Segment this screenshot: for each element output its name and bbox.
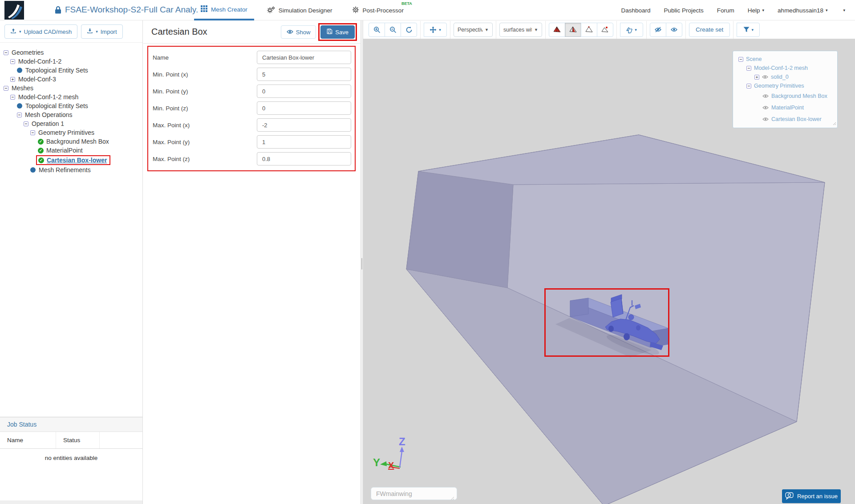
name-field[interactable] xyxy=(257,51,351,64)
simscale-logo[interactable] xyxy=(4,1,24,20)
import-button[interactable]: ▾ Import xyxy=(81,24,122,39)
tree-item-cartesian-box-lower[interactable]: ✓ Cartesian Box-lower xyxy=(0,155,142,165)
tree-item-meshes[interactable]: −Meshes xyxy=(0,84,142,93)
collapse-icon[interactable]: − xyxy=(17,113,22,117)
report-issue-button[interactable]: Report an issue xyxy=(782,489,841,503)
tree-item-geometry-primitives[interactable]: −Geometry Primitives xyxy=(0,128,142,137)
tree-item-mesh-operations[interactable]: −Mesh Operations xyxy=(0,110,142,119)
scene-item-background-mesh-box[interactable]: Background Mesh Box xyxy=(738,90,837,102)
tree-item-topological-entity-sets-mesh[interactable]: Topological Entity Sets xyxy=(0,101,142,110)
scene-item-solid-0[interactable]: + solid_0 xyxy=(738,73,837,81)
save-button[interactable]: Save xyxy=(320,25,355,39)
tab-post-processor[interactable]: Post-Processor BETA xyxy=(345,0,410,20)
save-floppy-icon xyxy=(327,28,332,36)
scene-item-geometry-primitives[interactable]: −Geometry Primitives xyxy=(738,81,837,90)
eye-icon[interactable] xyxy=(762,94,769,98)
collapse-icon[interactable]: − xyxy=(746,66,751,71)
mesh-view-wireframe-button[interactable] xyxy=(581,23,597,37)
tree-item-model-conf-3[interactable]: +Model-Conf-3 xyxy=(0,75,142,84)
resize-handle-icon[interactable] xyxy=(833,121,836,127)
scene-item-scene[interactable]: −Scene xyxy=(738,55,837,64)
field-label: Min. Point (z) xyxy=(153,105,188,112)
field-label: Max. Point (y) xyxy=(153,139,190,145)
max-point-x-field[interactable] xyxy=(257,118,351,132)
refresh-button[interactable] xyxy=(401,23,417,37)
scene-item-materialpoint[interactable]: MaterialPoint xyxy=(738,102,837,113)
entity-search-input[interactable] xyxy=(371,487,457,500)
nav-dashboard[interactable]: Dashboard xyxy=(621,7,650,14)
tree-item-operation-1[interactable]: −Operation 1 xyxy=(0,119,142,128)
zoom-group xyxy=(369,23,417,37)
chevron-down-icon: ▼ xyxy=(485,28,489,32)
tab-mesh-creator[interactable]: Mesh Creator xyxy=(194,0,254,20)
download-icon xyxy=(87,28,93,36)
splitter-handle[interactable] xyxy=(361,258,362,270)
perspective-select[interactable]: Perspective ▼ xyxy=(454,23,493,37)
tree-item-background-mesh-box[interactable]: ✓Background Mesh Box xyxy=(0,137,142,146)
upload-cad-mesh-button[interactable]: ▾ Upload CAD/mesh xyxy=(4,24,77,39)
eye-icon[interactable] xyxy=(762,105,769,110)
form-row-name: Name xyxy=(148,49,355,66)
eye-icon[interactable] xyxy=(762,117,769,121)
mesh-view-solid-button[interactable] xyxy=(549,23,565,37)
axis-triad: Y X Z xyxy=(373,435,405,470)
tree-item-model-conf-1-2-mesh[interactable]: −Model-Conf-1-2 mesh xyxy=(0,93,142,101)
min-point-x-field[interactable] xyxy=(257,68,351,81)
render-canvas[interactable]: Y X Z −Scene −Model-Conf-1-2 mesh + soli… xyxy=(363,39,855,504)
zoom-out-button[interactable] xyxy=(385,23,401,37)
show-selection-button[interactable] xyxy=(666,23,682,37)
collapse-icon[interactable]: − xyxy=(24,121,28,126)
collapse-icon[interactable]: − xyxy=(10,95,15,100)
scene-item-cartesian-box-lower[interactable]: Cartesian Box-lower xyxy=(738,113,837,125)
form-row-min-z: Min. Point (z) xyxy=(148,100,355,117)
tab-simulation-designer[interactable]: Simulation Designer xyxy=(260,0,339,20)
expand-icon[interactable]: + xyxy=(754,75,759,80)
pick-mode-button[interactable]: ▾ xyxy=(620,23,643,37)
mesh-view-edges-button[interactable] xyxy=(565,23,581,37)
form-row-min-x: Min. Point (x) xyxy=(148,66,355,83)
nav-public-projects[interactable]: Public Projects xyxy=(664,7,704,14)
collapse-icon[interactable]: − xyxy=(4,86,8,91)
show-button[interactable]: Show xyxy=(281,25,316,39)
collapse-icon[interactable]: − xyxy=(4,50,8,55)
username: ahmedhussain18 xyxy=(778,7,823,14)
green-check-icon: ✓ xyxy=(38,139,44,145)
tree-item-mesh-refinements[interactable]: Mesh Refinements xyxy=(0,165,142,174)
create-set-button[interactable]: Create set xyxy=(689,23,730,37)
expand-icon[interactable]: + xyxy=(10,77,15,82)
collapse-icon[interactable]: − xyxy=(30,130,35,135)
nav-forum[interactable]: Forum xyxy=(717,7,734,14)
tree-item-model-conf-1-2[interactable]: −Model-Conf-1-2 xyxy=(0,57,142,66)
filter-button[interactable]: ▾ xyxy=(737,23,760,37)
nav-user-menu[interactable]: ahmedhussain18▾ xyxy=(778,7,827,14)
max-point-y-field[interactable] xyxy=(257,135,351,149)
nav-help-menu[interactable]: Help▾ xyxy=(748,7,764,14)
render-mode-select[interactable]: surfaces with v ▼ xyxy=(499,23,542,37)
scene-item-mesh[interactable]: −Model-Conf-1-2 mesh xyxy=(738,64,837,73)
collapse-icon[interactable]: − xyxy=(738,57,743,62)
sidebar-scroll-strip[interactable] xyxy=(0,500,142,504)
green-check-icon: ✓ xyxy=(38,148,44,153)
mesh-view-points-button[interactable] xyxy=(597,23,613,37)
viewport-3d: ▾ Perspective ▼ surfaces with v ▼ xyxy=(363,20,855,504)
eye-icon[interactable] xyxy=(762,75,768,79)
annotation-box-tree: ✓ Cartesian Box-lower xyxy=(36,155,110,165)
max-point-z-field[interactable] xyxy=(257,152,351,165)
chevron-down-icon: ▾ xyxy=(752,28,754,32)
hide-selection-button[interactable] xyxy=(650,23,666,37)
zoom-in-button[interactable] xyxy=(369,23,385,37)
collapse-icon[interactable]: − xyxy=(10,59,15,64)
move-mode-button[interactable]: ▾ xyxy=(424,23,447,37)
tree-item-topological-entity-sets[interactable]: Topological Entity Sets xyxy=(0,66,142,75)
toolbar-separator xyxy=(616,21,617,39)
tree-item-geometries[interactable]: −Geometries xyxy=(0,48,142,57)
svg-text:Y: Y xyxy=(373,456,380,468)
toolbar-separator xyxy=(420,21,421,39)
min-point-z-field[interactable] xyxy=(257,101,351,115)
min-point-y-field[interactable] xyxy=(257,85,351,98)
tree-item-materialpoint[interactable]: ✓MaterialPoint xyxy=(0,146,142,155)
nav-more-menu[interactable]: ▾ xyxy=(841,8,845,12)
collapse-icon[interactable]: − xyxy=(746,84,751,89)
toolbar-separator xyxy=(733,21,733,39)
project-title[interactable]: FSAE-Workshop-S2-Full Car Analy... xyxy=(65,5,199,15)
